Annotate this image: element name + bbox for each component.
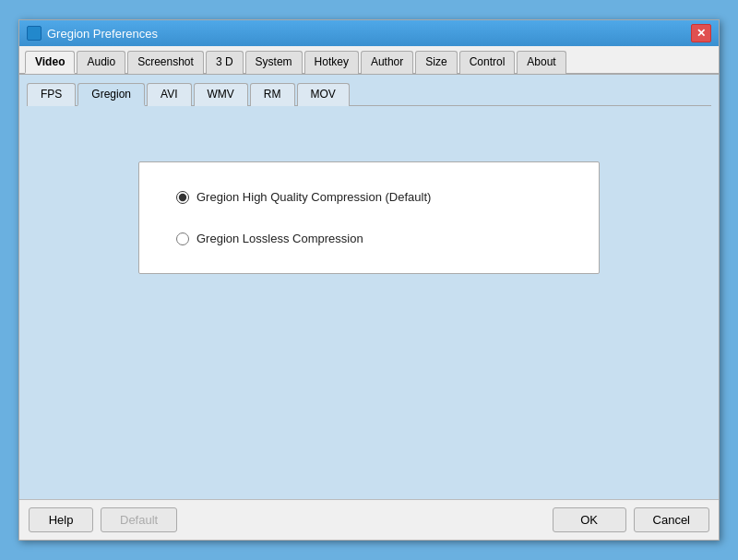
- app-icon: [27, 26, 42, 41]
- titlebar: Gregion Preferences ✕: [19, 20, 719, 46]
- ok-button[interactable]: OK: [553, 507, 626, 532]
- tab-author[interactable]: Author: [361, 51, 413, 74]
- sub-tab-mov[interactable]: MOV: [297, 83, 350, 106]
- tab-system[interactable]: System: [245, 51, 303, 74]
- sub-tab-fps[interactable]: FPS: [27, 83, 76, 106]
- compression-options-box: Gregion High Quality Compression (Defaul…: [138, 161, 600, 274]
- window-title: Gregion Preferences: [47, 27, 158, 41]
- sub-tab-wmv[interactable]: WMV: [194, 83, 248, 106]
- high-quality-option[interactable]: Gregion High Quality Compression (Defaul…: [176, 190, 562, 204]
- lossless-option[interactable]: Gregion Lossless Compression: [176, 232, 562, 245]
- sub-tab-gregion[interactable]: Gregion: [77, 83, 145, 106]
- lossless-radio[interactable]: [176, 232, 189, 245]
- tab-audio[interactable]: Audio: [77, 51, 125, 74]
- gregion-panel: Gregion High Quality Compression (Defaul…: [27, 115, 711, 320]
- tab-screenshot[interactable]: Screenshot: [127, 51, 204, 74]
- tab-about[interactable]: About: [517, 51, 565, 74]
- sub-tab-rm[interactable]: RM: [250, 83, 295, 106]
- help-button[interactable]: Help: [29, 507, 93, 532]
- titlebar-left: Gregion Preferences: [27, 26, 158, 41]
- footer: Help Default OK Cancel: [19, 499, 719, 540]
- sub-tab-bar: FPS Gregion AVI WMV RM MOV: [27, 82, 711, 106]
- main-tab-bar: Video Audio Screenshot 3 D System Hotkey…: [19, 46, 719, 75]
- cancel-button[interactable]: Cancel: [634, 507, 709, 532]
- default-button[interactable]: Default: [101, 507, 177, 532]
- close-button[interactable]: ✕: [691, 24, 711, 42]
- tab-size[interactable]: Size: [415, 51, 457, 74]
- high-quality-radio[interactable]: [176, 191, 189, 204]
- main-window: Gregion Preferences ✕ Video Audio Screen…: [18, 19, 720, 541]
- tab-3d[interactable]: 3 D: [206, 51, 244, 74]
- tab-control[interactable]: Control: [459, 51, 516, 74]
- high-quality-label: Gregion High Quality Compression (Defaul…: [196, 190, 431, 204]
- tab-video[interactable]: Video: [25, 51, 75, 74]
- lossless-label: Gregion Lossless Compression: [196, 232, 363, 245]
- content-area: FPS Gregion AVI WMV RM MOV Gregion High …: [19, 75, 719, 499]
- sub-tab-avi[interactable]: AVI: [147, 83, 191, 106]
- tab-hotkey[interactable]: Hotkey: [304, 51, 359, 74]
